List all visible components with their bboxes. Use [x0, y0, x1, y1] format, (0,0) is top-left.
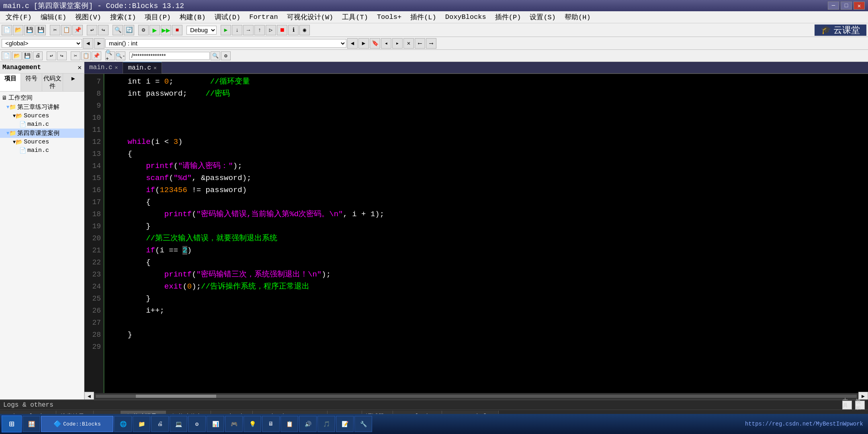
menu-plugin2[interactable]: 插件(P) — [491, 12, 525, 23]
tree-chapter4[interactable]: ▼ 📁 第四章课堂案例 — [0, 129, 84, 138]
search-input[interactable] — [129, 52, 210, 60]
menu-view[interactable]: 视图(V) — [71, 12, 105, 23]
redo-button[interactable]: ↪ — [98, 25, 108, 35]
zoom-out-button[interactable]: 🔍- — [116, 51, 125, 60]
menu-edit[interactable]: 编辑(E) — [37, 12, 71, 23]
editor-scrollbar[interactable]: ◀ ▶ — [84, 393, 868, 399]
taskbar-item-13[interactable]: 🎵 — [317, 416, 335, 432]
taskbar-item-15[interactable]: 🔧 — [354, 416, 372, 432]
taskbar-item-12[interactable]: 🔊 — [299, 416, 317, 432]
next-bookmark-button[interactable]: ▸ — [392, 38, 403, 49]
taskbar-item-5[interactable]: 💻 — [170, 416, 187, 432]
tree-chapter3[interactable]: ▼ 📁 第三章练习讲解 — [0, 102, 84, 112]
debug-stop-button[interactable]: ⏹ — [277, 25, 287, 35]
sidebar-tab-arrow[interactable]: ▶ — [63, 74, 84, 91]
cut-small-button[interactable]: ✂ — [71, 51, 80, 60]
minimize-button[interactable]: ─ — [828, 2, 839, 10]
scroll-track[interactable] — [96, 395, 857, 398]
close-button[interactable]: ✕ — [854, 2, 865, 10]
new-file-button[interactable]: 📄 — [2, 25, 12, 35]
zoom-in-button[interactable]: 🔍+ — [105, 51, 115, 60]
tree-chapter4-sources[interactable]: ▼ 📂 Sources — [0, 138, 84, 146]
menu-toolsplus[interactable]: Tools+ — [373, 12, 405, 22]
tab-0-close[interactable]: ✕ — [115, 64, 118, 71]
debug-next-button[interactable]: → — [243, 25, 254, 35]
prev-bookmark-button[interactable]: ◂ — [381, 38, 391, 49]
jump-prev-button[interactable]: ⟵ — [415, 38, 425, 49]
func-nav-forward-button[interactable]: ▶ — [358, 38, 369, 49]
editor-tab-1[interactable]: main.c ✕ — [123, 62, 162, 74]
bottom-tools-button[interactable]: 工具 ▼ — [842, 401, 852, 409]
run-button[interactable]: ▶ — [149, 25, 160, 35]
save-small-button[interactable]: 💾 — [23, 51, 32, 60]
debug-run-to-button[interactable]: ▷ — [266, 25, 276, 35]
copy-button[interactable]: 📋 — [61, 25, 72, 35]
debug-start-button[interactable]: ▶ — [221, 25, 231, 35]
undo-small-button[interactable]: ↩ — [47, 51, 56, 60]
code-editor[interactable]: 7 8 9 10 11 12 13 14 15 16 17 18 19 20 2… — [84, 74, 868, 393]
menu-debug[interactable]: 调试(D) — [211, 12, 245, 23]
build-config-dropdown[interactable]: Debug — [186, 26, 217, 35]
bookmark-button[interactable]: 🔖 — [370, 38, 380, 49]
jump-next-button[interactable]: ⟶ — [426, 38, 436, 49]
taskbar-item-0[interactable]: 🪟 — [23, 416, 40, 432]
menu-file[interactable]: 文件(F) — [2, 12, 36, 23]
menu-search[interactable]: 搜索(I) — [106, 12, 140, 23]
clear-bookmarks-button[interactable]: ✕ — [403, 38, 414, 49]
taskbar-item-9[interactable]: 💡 — [244, 416, 261, 432]
start-button[interactable]: ⊞ — [2, 416, 22, 432]
scope-nav-forward-button[interactable]: ▶ — [94, 38, 104, 49]
maximize-button[interactable]: □ — [841, 2, 852, 10]
scroll-thumb[interactable] — [136, 395, 216, 398]
search-icon[interactable]: 🔍 — [211, 51, 220, 60]
debug-out-button[interactable]: ↑ — [254, 25, 265, 35]
sidebar-tab-project[interactable]: 项目 — [0, 74, 21, 91]
func-nav-button[interactable]: ◀ — [347, 38, 358, 49]
search-settings-button[interactable]: ⚙ — [221, 51, 231, 60]
taskbar-item-7[interactable]: 📊 — [207, 416, 224, 432]
bottom-view-button[interactable]: 视图 — [855, 401, 865, 409]
menu-settings[interactable]: 设置(S) — [526, 12, 560, 23]
editor-tab-0[interactable]: main.c ✕ — [84, 62, 123, 74]
menu-visual[interactable]: 可视化设计(W) — [283, 12, 338, 23]
stop-button[interactable]: ■ — [172, 25, 182, 35]
menu-fortran[interactable]: Fortran — [245, 12, 282, 22]
menu-help[interactable]: 帮助(H) — [561, 12, 595, 23]
function-dropdown[interactable]: main() : int — [105, 39, 346, 48]
tree-chapter4-main[interactable]: 📄 main.c — [0, 146, 84, 155]
sidebar-tab-symbol[interactable]: 符号 — [21, 74, 42, 91]
debug-step-button[interactable]: ↓ — [232, 25, 242, 35]
cut-button[interactable]: ✂ — [50, 25, 60, 35]
menu-build[interactable]: 构建(B) — [176, 12, 210, 23]
redo-small-button[interactable]: ↪ — [57, 51, 67, 60]
taskbar-item-10[interactable]: 🖥 — [262, 416, 280, 432]
find-button[interactable]: 🔍 — [113, 25, 123, 35]
open-small-button[interactable]: 📂 — [12, 51, 22, 60]
taskbar-item-6[interactable]: ⚙ — [188, 416, 206, 432]
menu-project[interactable]: 项目(P) — [141, 12, 175, 23]
taskbar-item-8[interactable]: 🎮 — [225, 416, 243, 432]
taskbar-item-3[interactable]: 📁 — [133, 416, 150, 432]
menu-plugin[interactable]: 插件(L) — [406, 12, 440, 23]
sidebar-tab-code[interactable]: 代码文件 — [42, 74, 63, 91]
taskbar-item-14[interactable]: 📝 — [336, 416, 354, 432]
paste-button[interactable]: 📌 — [72, 25, 83, 35]
taskbar-item-11[interactable]: 📋 — [280, 416, 298, 432]
open-file-button[interactable]: 📂 — [13, 25, 23, 35]
print-button[interactable]: 🖨 — [33, 51, 43, 60]
scroll-left-button[interactable]: ◀ — [84, 392, 94, 399]
taskbar-item-2[interactable]: 🌐 — [114, 416, 132, 432]
copy-small-button[interactable]: 📋 — [81, 51, 91, 60]
save-button[interactable]: 💾 — [24, 25, 35, 35]
tab-1-close[interactable]: ✕ — [154, 65, 157, 71]
tree-chapter3-sources[interactable]: ▼ 📂 Sources — [0, 112, 84, 120]
code-content[interactable]: int i = 0; //循环变量 int password; //密码 whi… — [104, 74, 868, 393]
scope-nav-button[interactable]: ◀ — [83, 38, 93, 49]
replace-button[interactable]: 🔄 — [124, 25, 134, 35]
taskbar-item-1[interactable]: 🔷Code::Blocks — [41, 416, 113, 432]
taskbar-item-4[interactable]: 🖨 — [151, 416, 169, 432]
debug-info-button[interactable]: ℹ — [288, 25, 299, 35]
build-run-button[interactable]: ▶▶ — [161, 25, 171, 35]
sidebar-close-icon[interactable]: ✕ — [78, 63, 82, 72]
paste-small-button[interactable]: 📌 — [92, 51, 101, 60]
